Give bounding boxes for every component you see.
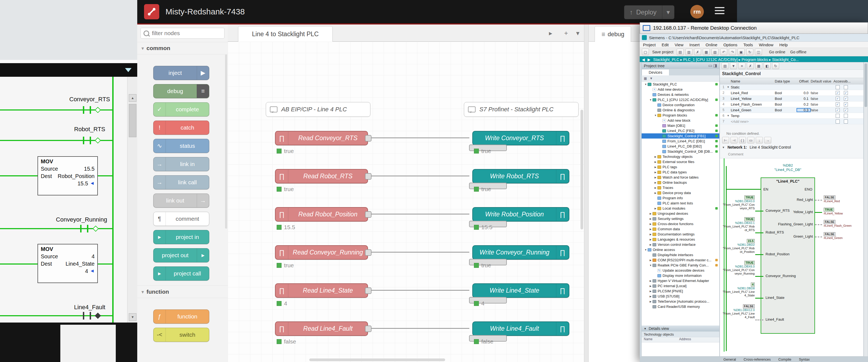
contact-icon[interactable]	[90, 106, 91, 114]
menu-item[interactable]: Edit	[662, 43, 669, 47]
scroll-thumb[interactable]	[865, 63, 867, 107]
tree-item[interactable]: Stacklight_Control_DB [DB...	[642, 149, 719, 154]
accessible-checkbox[interactable]	[836, 119, 840, 123]
tag-default[interactable]: false	[811, 102, 834, 106]
tree-item[interactable]: ▼ Online access	[642, 247, 719, 252]
expander-icon[interactable]: ▼	[654, 114, 657, 117]
add-flow-button[interactable]: +	[561, 28, 571, 39]
wire[interactable]	[371, 328, 469, 329]
tia-titlebar[interactable]: Siemens - C:\Users\richard\Documents\Aut…	[640, 34, 868, 41]
mov-source-value[interactable]: 4	[92, 253, 95, 260]
inspector-tab[interactable]: Syntax	[795, 357, 814, 362]
accessible-checkbox[interactable]	[836, 85, 840, 89]
expander-icon[interactable]: ▶	[654, 161, 657, 163]
palette-node[interactable]: → link out	[153, 194, 209, 208]
read-node[interactable]: ∏ Read Conveyor_RTS	[275, 131, 368, 145]
expander-icon[interactable]: ▶	[649, 212, 652, 215]
menu-item[interactable]: Help	[779, 43, 788, 47]
operand[interactable]: TRUE %DB1.DBX0.1 "From_Line4_PLC".Robot_…	[723, 217, 755, 232]
accessible-checkbox[interactable]	[836, 108, 840, 112]
tab-debug[interactable]: ≣ debug	[595, 26, 631, 42]
accessible-checkbox[interactable]	[836, 96, 840, 101]
tree-item[interactable]: ▶ PC internal [Local]	[642, 283, 719, 288]
palette-node[interactable]: ƒ function	[153, 309, 209, 324]
tree-item[interactable]: Main [OB1]	[642, 123, 719, 128]
wire[interactable]	[371, 214, 469, 215]
palette-node[interactable]: -< switch	[153, 328, 209, 342]
save-project-button[interactable]: Save project	[651, 50, 675, 54]
tree-item[interactable]: Devices & networks	[642, 92, 719, 97]
tree-item[interactable]: ▼ Realtek PCIe GBE Family Con...	[642, 263, 719, 268]
avatar[interactable]: rm	[690, 5, 704, 19]
tree-item[interactable]: Display more information	[642, 273, 719, 278]
editor-toolbar-icon[interactable]: ▤	[721, 63, 728, 69]
expander-icon[interactable]: ▼	[644, 83, 648, 86]
inspector-tab[interactable]: Compile	[775, 357, 795, 362]
contact-icon[interactable]	[83, 312, 84, 319]
search-input[interactable]	[151, 30, 215, 37]
menu-item[interactable]: Tools	[743, 43, 753, 47]
tag-default[interactable]: false	[811, 96, 834, 101]
toolbar-icon[interactable]: ▣	[738, 49, 745, 55]
expander-icon[interactable]: ▶	[649, 218, 652, 220]
menu-item[interactable]: Project	[643, 43, 656, 47]
tree-item[interactable]: Display/hide interfaces	[642, 252, 719, 257]
expander-icon[interactable]: ▶	[649, 223, 652, 225]
operand[interactable]: 15.5 %DB1.DBD2 "From_Line4_PLC".Robot_Po…	[723, 239, 755, 254]
scroll-up-icon[interactable]: ▲	[129, 94, 136, 102]
output-port[interactable]	[365, 326, 372, 332]
canvas-hscrollbar[interactable]	[309, 359, 445, 361]
writable-checkbox[interactable]	[844, 85, 848, 89]
col-datatype[interactable]: Data type	[775, 79, 797, 83]
palette-node[interactable]: ≡ debug	[153, 84, 209, 98]
tree-item[interactable]: Line4_PLC_DB [DB2]	[642, 144, 719, 149]
read-node[interactable]: ∏ Read Line4_State	[275, 283, 368, 298]
accessible-checkbox[interactable]	[836, 91, 840, 95]
writable-checkbox[interactable]	[844, 114, 848, 118]
tree-item[interactable]: Online & diagnostics	[642, 108, 719, 113]
ladder-toolbar-icon[interactable]: ⊢	[722, 137, 729, 143]
contact-icon[interactable]	[83, 106, 84, 114]
tree-item[interactable]: ▶ Watch and force tables	[642, 175, 719, 180]
tag-name[interactable]: Line4_Flash_Green	[731, 102, 775, 106]
contact-icon[interactable]	[80, 225, 82, 232]
palette-category-function[interactable]: ▾ function	[137, 285, 228, 298]
canvas-vscrollbar[interactable]	[581, 110, 583, 229]
tree-item[interactable]: Add new block	[642, 118, 719, 123]
palette-node[interactable]: ▶ inject	[153, 66, 209, 80]
ladder-scrollbar[interactable]: ▲ ▼	[127, 77, 137, 323]
write-node[interactable]: ∏ Write Robot_RTS	[472, 169, 569, 184]
read-node[interactable]: ∏ Read Conveyor_Running	[275, 245, 368, 260]
contact-icon[interactable]	[83, 137, 84, 144]
tree-item[interactable]: ▶ Online backups	[642, 180, 719, 185]
read-node[interactable]: ∏ Read Robot_Position	[275, 207, 368, 222]
writable-checkbox[interactable]	[844, 119, 848, 123]
palette-node[interactable]: ∿ status	[153, 139, 209, 153]
ladder-toolbar-icon[interactable]: ( )	[739, 137, 746, 143]
expander-icon[interactable]: ▶	[654, 171, 657, 174]
tree-filter-icon[interactable]: ▼	[650, 77, 653, 80]
operand[interactable]: TRUE %DB1.DBX6.0 "From_Line4_PLC".Convey…	[723, 261, 755, 275]
menu-item[interactable]: Online	[706, 43, 717, 47]
comment-node[interactable]: AB EIP/CIP - Line 4 PLC	[266, 102, 370, 117]
tag-name[interactable]: Static	[731, 85, 775, 89]
editor-toolbar-icon[interactable]: ◧	[764, 63, 771, 69]
tree-item[interactable]: ▶ Traces	[642, 185, 719, 190]
output-port[interactable]	[365, 249, 372, 256]
palette-node[interactable]: ▸ project call	[153, 267, 209, 281]
tag-name[interactable]: Line4_Red	[731, 91, 775, 95]
toolbar-icon[interactable]: ▤	[677, 49, 684, 55]
operand[interactable]: 4 %DB1.DBD8 "From_Line4_PLC".Line4_State	[723, 282, 755, 297]
operand[interactable]: FALSE %DB1.DBX12.0 "From_Line4_PLC".Line…	[723, 304, 755, 319]
palette-search[interactable]	[141, 28, 224, 39]
scroll-thumb[interactable]	[129, 104, 136, 137]
wire[interactable]	[371, 252, 469, 253]
expander-icon[interactable]: ▶	[649, 228, 652, 230]
menu-item[interactable]: Options	[723, 43, 738, 47]
expander-icon[interactable]: ▼	[644, 249, 648, 251]
tree-item[interactable]: ▶ Languages & resources	[642, 237, 719, 242]
tree-item[interactable]: ▶ PLC tags	[642, 164, 719, 170]
write-node[interactable]: ∏ Write Line4_State	[472, 283, 569, 298]
mov-dest-tag[interactable]: Line4_State	[65, 261, 95, 267]
tree-item[interactable]: ▶ Technology objects	[642, 154, 719, 159]
